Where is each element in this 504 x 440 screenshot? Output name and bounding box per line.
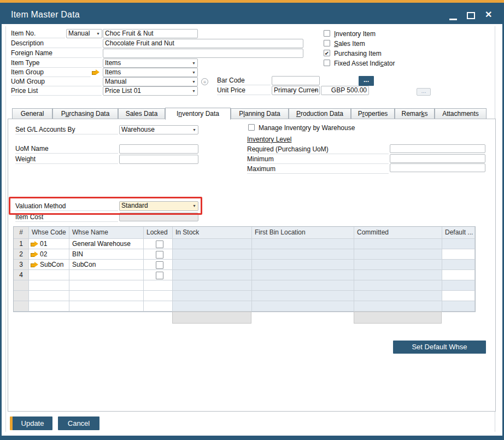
close-icon[interactable]: ✕ <box>485 9 492 20</box>
tab-general[interactable]: General <box>12 108 52 119</box>
in-stock-cell <box>173 301 252 312</box>
purchasing-item-checkbox[interactable]: ✔ <box>324 50 330 56</box>
fixed-asset-indicator-label: Fixed Asset Indicator <box>334 60 395 67</box>
committed-cell <box>354 239 442 249</box>
link-arrow-icon[interactable] <box>31 262 38 268</box>
locked-checkbox[interactable] <box>156 240 163 248</box>
locked-checkbox[interactable] <box>156 251 163 259</box>
whse-name-cell[interactable] <box>69 270 144 280</box>
weight-input[interactable] <box>119 155 198 164</box>
whse-code-cell[interactable] <box>29 270 69 280</box>
whse-name-cell <box>69 301 144 312</box>
item-no-mode-select[interactable]: Manual▼ <box>66 29 102 38</box>
committed-cell <box>354 291 442 301</box>
in-stock-cell <box>173 270 252 280</box>
unit-price-more-button[interactable]: ... <box>417 88 431 96</box>
foreign-name-input[interactable] <box>103 49 303 58</box>
default-whse-cell <box>442 280 475 291</box>
maximize-icon[interactable] <box>467 12 475 19</box>
unit-price-input[interactable]: GBP 500.00 <box>321 86 369 95</box>
first-bin-location-cell <box>252 291 354 301</box>
required-purchasing-uom-label: Required (Purchasing UoM) <box>247 145 389 154</box>
manage-inventory-by-warehouse-label: Manage Inventory by Warehouse <box>259 124 355 132</box>
update-button[interactable]: Update <box>10 416 52 430</box>
item-type-select[interactable]: Items▼ <box>103 58 198 68</box>
minimum-input[interactable] <box>390 154 485 163</box>
locked-checkbox[interactable] <box>156 272 163 279</box>
committed-cell <box>354 249 442 260</box>
row-number: 4 <box>14 270 29 280</box>
in-stock-cell <box>173 249 252 260</box>
unit-price-label: Unit Price <box>217 86 271 95</box>
manage-inventory-by-warehouse-checkbox[interactable] <box>248 124 255 131</box>
item-no-input[interactable]: Choc Fruit & Nut <box>103 29 198 38</box>
warehouse-table: # Whse Code Whse Name Locked In Stock Fi… <box>13 226 476 312</box>
item-master-data-window: Item Master Data ✕ Item No. Manual▼ Choc… <box>0 0 504 440</box>
tab-properties[interactable]: Properties <box>351 108 395 119</box>
link-arrow-icon[interactable] <box>92 69 99 75</box>
whse-name-cell <box>69 291 144 301</box>
whse-code-cell[interactable]: 01 <box>29 239 69 249</box>
chevron-down-icon: ▼ <box>192 71 196 75</box>
tab-purchasing-data[interactable]: Purchasing Data <box>52 108 118 119</box>
item-group-select[interactable]: Items▼ <box>103 68 198 77</box>
row-number <box>14 301 29 312</box>
tab-sales-data[interactable]: Sales Data <box>118 108 165 119</box>
whse-code-cell[interactable]: 02 <box>29 249 69 260</box>
inventory-item-label: Inventory Item <box>334 30 376 38</box>
uom-group-select[interactable]: Manual▼ <box>103 77 198 86</box>
whse-name-cell[interactable]: General Warehouse <box>69 239 144 249</box>
link-arrow-icon[interactable] <box>31 251 38 257</box>
description-input[interactable]: Chocolate Fruit and Nut <box>103 39 303 48</box>
inventory-level-heading: Inventory Level <box>247 136 291 143</box>
col-header: Committed <box>354 227 442 239</box>
locked-cell[interactable] <box>144 239 173 249</box>
chevron-down-icon: ▼ <box>192 89 196 93</box>
locked-checkbox[interactable] <box>156 261 163 269</box>
locked-cell[interactable] <box>144 249 173 260</box>
tab-attachments[interactable]: Attachments <box>435 108 487 119</box>
row-number <box>14 291 29 301</box>
item-cost-label: Item Cost <box>15 213 118 222</box>
committed-cell <box>354 270 442 280</box>
first-bin-location-cell <box>252 280 354 291</box>
required-purchasing-uom-input[interactable] <box>390 144 485 153</box>
committed-cell <box>354 301 442 312</box>
col-header: Whse Code <box>29 227 69 239</box>
col-header: Whse Name <box>69 227 144 239</box>
locked-cell[interactable] <box>144 260 173 270</box>
whse-code-cell <box>29 301 69 312</box>
bar-code-browse-button[interactable]: ... <box>359 76 374 86</box>
minimum-label: Minimum <box>247 155 389 164</box>
circle-list-icon[interactable]: ≡ <box>201 78 208 85</box>
inner-frame-left <box>5 26 6 432</box>
chevron-down-icon: ▼ <box>192 128 196 132</box>
tab-inventory-data[interactable]: Inventory Data <box>165 108 231 120</box>
maximum-input[interactable] <box>390 163 485 172</box>
col-header: Locked <box>144 227 173 239</box>
inventory-item-checkbox[interactable] <box>324 30 330 37</box>
whse-name-cell[interactable]: BIN <box>69 249 144 260</box>
tab-planning-data[interactable]: Planning Data <box>231 108 289 119</box>
whse-code-cell <box>29 280 69 291</box>
tab-production-data[interactable]: Production Data <box>289 108 351 119</box>
uom-name-input[interactable] <box>119 144 198 154</box>
set-gl-accounts-select[interactable]: Warehouse▼ <box>119 125 198 134</box>
set-default-whse-button[interactable]: Set Default Whse <box>393 341 486 354</box>
chevron-down-icon: ▼ <box>192 61 196 66</box>
maximum-label: Maximum <box>247 165 389 174</box>
bar-code-input[interactable] <box>272 76 320 85</box>
link-arrow-icon[interactable] <box>31 241 38 247</box>
cancel-button[interactable]: Cancel <box>58 416 99 430</box>
first-bin-location-cell <box>252 260 354 270</box>
minimize-icon[interactable] <box>449 19 457 20</box>
locked-cell[interactable] <box>144 270 173 280</box>
fixed-asset-indicator-checkbox[interactable] <box>324 60 330 66</box>
tab-remarks[interactable]: Remarks <box>395 108 435 119</box>
sales-item-checkbox[interactable] <box>324 40 330 46</box>
whse-code-cell[interactable]: SubCon <box>29 260 69 270</box>
price-list-select[interactable]: Price List 01▼ <box>103 86 198 96</box>
whse-name-cell[interactable]: SubCon <box>69 260 144 270</box>
valuation-method-select[interactable]: Standard▼ <box>119 201 198 211</box>
unit-price-currency-select[interactable]: Primary Curren▼ <box>272 86 320 95</box>
